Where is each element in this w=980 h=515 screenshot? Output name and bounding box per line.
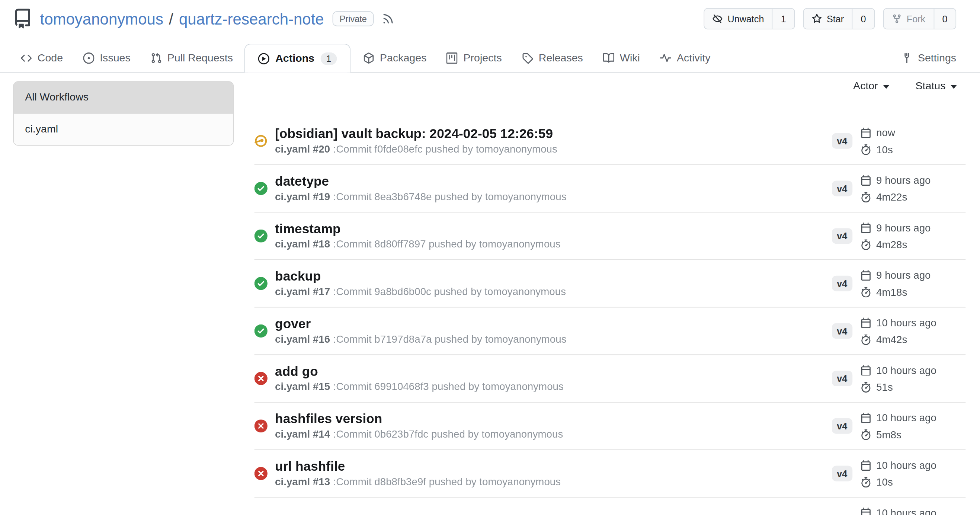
chevron-down-icon xyxy=(951,85,957,89)
success-status-icon xyxy=(255,182,275,195)
tab-actions[interactable]: Actions 1 xyxy=(244,44,350,73)
runner-version-badge: v4 xyxy=(832,275,853,291)
run-started-time: now xyxy=(876,127,895,138)
pull-request-icon xyxy=(150,52,161,64)
forks-count[interactable]: 0 xyxy=(934,9,955,29)
run-started-time: 10 hours ago xyxy=(876,412,937,423)
stopwatch-icon xyxy=(861,192,871,202)
sidebar-item-all-workflows[interactable]: All Workflows xyxy=(14,82,233,113)
run-meta: 10 hours ago xyxy=(861,505,966,515)
stopwatch-icon xyxy=(861,477,871,488)
stopwatch-icon xyxy=(861,144,871,155)
run-title-link[interactable]: [obsidian] vault backup: 2024-02-05 12:2… xyxy=(275,126,832,141)
run-title-link[interactable]: hashfiles version xyxy=(275,411,832,426)
run-title-link[interactable]: gover xyxy=(275,316,832,331)
calendar-icon xyxy=(861,412,871,423)
run-meta: 9 hours ago 4m22s xyxy=(861,173,966,205)
run-title-link[interactable]: add cache again xyxy=(275,513,832,515)
stars-count[interactable]: 0 xyxy=(852,9,874,29)
book-icon xyxy=(603,52,614,64)
eye-closed-icon xyxy=(713,14,722,24)
run-subtitle: ci.yaml #19:Commit 8ea3b6748e pushed by … xyxy=(275,189,832,203)
repo-name-link[interactable]: quartz-research-note xyxy=(179,10,324,28)
runner-version-badge: v4 xyxy=(832,323,853,339)
tab-projects[interactable]: Projects xyxy=(447,52,502,64)
run-duration: 4m18s xyxy=(876,286,907,298)
calendar-icon xyxy=(861,459,871,470)
workflow-run-list: [obsidian] vault backup: 2024-02-05 12:2… xyxy=(255,118,966,515)
tab-releases[interactable]: Releases xyxy=(522,52,583,64)
failure-status-icon xyxy=(255,420,275,432)
run-meta: 10 hours ago 51s xyxy=(861,362,966,394)
repo-owner-link[interactable]: tomoyanonymous xyxy=(40,10,163,28)
workflow-run-row: hashfiles version ci.yaml #14:Commit 0b6… xyxy=(255,403,966,450)
unwatch-button[interactable]: Unwatch xyxy=(704,9,772,29)
run-started-time: 10 hours ago xyxy=(876,459,937,471)
star-button[interactable]: Star xyxy=(803,9,852,29)
run-duration: 10s xyxy=(876,476,893,488)
watchers-count[interactable]: 1 xyxy=(772,9,794,29)
chevron-down-icon xyxy=(883,85,889,89)
run-title-link[interactable]: backup xyxy=(275,268,832,284)
repo-title: tomoyanonymous / quartz-research-note xyxy=(40,10,324,28)
workflow-run-row: gover ci.yaml #16:Commit b7197d8a7a push… xyxy=(255,307,966,355)
run-subtitle: ci.yaml #18:Commit 8d80ff7897 pushed by … xyxy=(275,236,832,251)
calendar-icon xyxy=(861,127,871,138)
stopwatch-icon xyxy=(861,286,871,297)
tab-code[interactable]: Code xyxy=(21,52,63,64)
run-meta: 9 hours ago 4m18s xyxy=(861,267,966,300)
run-subtitle: ci.yaml #13:Commit d8b8fb3e9f pushed by … xyxy=(275,474,832,489)
run-started-time: 9 hours ago xyxy=(876,174,931,186)
visibility-badge: Private xyxy=(332,11,374,26)
run-title-link[interactable]: url hashfile xyxy=(275,458,832,474)
star-label: Star xyxy=(827,13,844,24)
run-duration: 51s xyxy=(876,381,893,393)
repo-book-icon xyxy=(13,8,33,29)
stopwatch-icon xyxy=(861,382,871,393)
tab-pull-requests[interactable]: Pull Requests xyxy=(150,52,233,64)
issue-opened-icon xyxy=(83,52,94,64)
run-meta: 10 hours ago 10s xyxy=(861,458,966,490)
fork-icon xyxy=(891,14,902,24)
run-subtitle: ci.yaml #14:Commit 0b623b7fdc pushed by … xyxy=(275,426,832,441)
success-status-icon xyxy=(255,277,275,290)
unwatch-label: Unwatch xyxy=(727,13,764,24)
repo-tab-bar: Code Issues Pull Requests Actions 1 Pack… xyxy=(0,44,980,73)
runner-version-badge: v4 xyxy=(832,180,853,196)
run-subtitle: ci.yaml #16:Commit b7197d8a7a pushed by … xyxy=(275,331,832,346)
tag-icon xyxy=(522,52,533,64)
run-meta: 10 hours ago 4m42s xyxy=(861,315,966,347)
stopwatch-icon xyxy=(861,239,871,250)
package-icon xyxy=(363,52,374,64)
status-filter-dropdown[interactable]: Status xyxy=(916,80,957,93)
run-duration: 4m22s xyxy=(876,191,907,203)
workflow-run-row: timestamp ci.yaml #18:Commit 8d80ff7897 … xyxy=(255,213,966,260)
tab-settings[interactable]: Settings xyxy=(901,52,956,64)
sidebar-item-ci-yaml[interactable]: ci.yaml xyxy=(14,113,233,145)
tab-issues[interactable]: Issues xyxy=(83,52,130,64)
run-title-link[interactable]: add go xyxy=(275,363,832,379)
fork-label: Fork xyxy=(907,13,925,24)
actions-count-badge: 1 xyxy=(321,52,337,65)
runner-version-badge: v4 xyxy=(832,418,853,434)
run-title-link[interactable]: timestamp xyxy=(275,221,832,236)
run-title-link[interactable]: datetype xyxy=(275,173,832,189)
run-started-time: 9 hours ago xyxy=(876,221,931,233)
stopwatch-icon xyxy=(861,334,871,345)
failure-status-icon xyxy=(255,467,275,480)
workflow-runs-panel: Actor Status [obsidian] vault backup: 20… xyxy=(234,73,980,515)
tab-activity[interactable]: Activity xyxy=(660,52,711,64)
repo-separator: / xyxy=(169,10,173,28)
actor-filter-dropdown[interactable]: Actor xyxy=(853,80,889,93)
calendar-icon xyxy=(861,175,871,186)
failure-status-icon xyxy=(255,372,275,385)
run-duration: 10s xyxy=(876,144,893,156)
tab-packages[interactable]: Packages xyxy=(363,52,427,64)
fork-button[interactable]: Fork xyxy=(884,9,934,29)
run-meta: 10 hours ago 5m8s xyxy=(861,410,966,442)
run-started-time: 10 hours ago xyxy=(876,507,937,515)
feed-icon[interactable] xyxy=(382,13,395,25)
tab-wiki[interactable]: Wiki xyxy=(603,52,640,64)
star-button-group: Star 0 xyxy=(803,8,875,29)
runner-version-badge: v4 xyxy=(832,370,853,386)
